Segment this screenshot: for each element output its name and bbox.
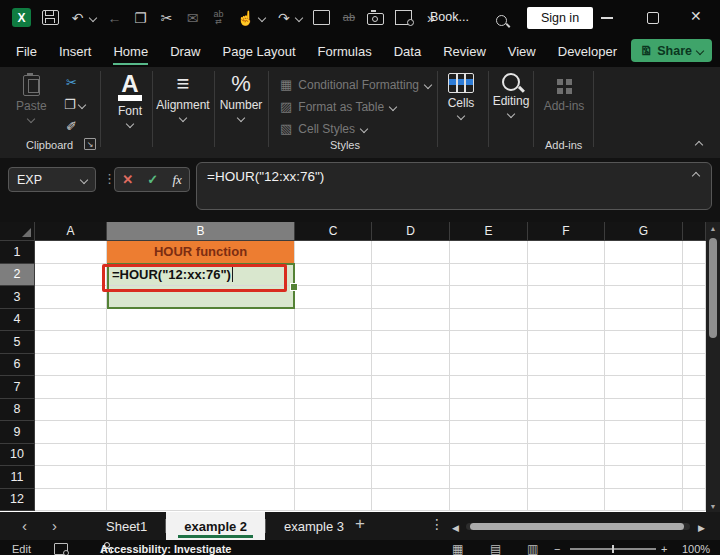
cell-G9[interactable] [605,421,683,444]
clipboard-dialog-launcher[interactable]: ↘ [84,138,96,150]
fill-handle[interactable] [290,283,298,291]
row-header-6[interactable]: 6 [0,354,35,377]
mail-icon[interactable]: ✉ [185,9,200,27]
cell-F11[interactable] [528,466,605,489]
cell-B5[interactable] [107,331,295,354]
row-header-7[interactable]: 7 [0,376,35,399]
cell-B10[interactable] [107,444,295,467]
hscroll-right-icon[interactable]: ▶ [698,521,705,536]
add-ins-button[interactable]: Add-ins [542,77,586,113]
collapse-formula-bar-icon[interactable] [692,172,700,180]
cell-G10[interactable] [605,444,683,467]
doc-find-icon[interactable] [395,10,412,25]
cell-_7[interactable] [683,376,706,399]
zoom-in-icon[interactable]: + [661,543,667,555]
row-header-8[interactable]: 8 [0,399,35,422]
row-header-11[interactable]: 11 [0,466,35,489]
zoom-level[interactable]: 100% [682,543,710,555]
collapse-ribbon-icon[interactable] [695,141,703,149]
cell-F6[interactable] [528,354,605,377]
cell-E8[interactable] [450,399,528,422]
cell-E12[interactable] [450,489,528,512]
camera-icon[interactable] [367,13,384,25]
tab-review[interactable]: Review [443,38,486,65]
cell-_10[interactable] [683,444,706,467]
cell-B2[interactable]: =HOUR("12:xx:76") [107,264,295,287]
cell-B8[interactable] [107,399,295,422]
cell-G4[interactable] [605,309,683,332]
column-header-B[interactable]: B [107,222,295,241]
hscroll-left-icon[interactable]: ◀ [452,521,459,536]
cell-_5[interactable] [683,331,706,354]
chevron-down-icon[interactable] [258,13,266,21]
sheet-tab-example-2[interactable]: example 2 [166,512,265,540]
cell-_4[interactable] [683,309,706,332]
cell-B3[interactable] [107,286,295,309]
copy-icon[interactable]: ❐ [133,9,148,27]
cell-E7[interactable] [450,376,528,399]
horizontal-scrollbar-thumb[interactable] [470,523,684,530]
vertical-scrollbar[interactable]: ▲ ▼ [706,222,720,512]
cell-A10[interactable] [35,444,107,467]
page-break-view-icon[interactable]: ▥ [527,542,538,555]
cell-D4[interactable] [372,309,450,332]
cell-G8[interactable] [605,399,683,422]
cell-D7[interactable] [372,376,450,399]
cell-G7[interactable] [605,376,683,399]
chevron-down-icon[interactable] [295,13,303,21]
cell-G1[interactable] [605,241,683,264]
cell-E10[interactable] [450,444,528,467]
tab-view[interactable]: View [508,38,536,65]
row-header-12[interactable]: 12 [0,489,35,512]
touch-mode-icon[interactable]: ☝ [237,9,254,27]
undo-icon[interactable]: ↶ [70,9,85,27]
conditional-formatting-button[interactable]: ▦Conditional Formatting [280,77,431,92]
cell-F9[interactable] [528,421,605,444]
sheet-tab-example-3[interactable]: example 3 [266,512,362,540]
search-icon[interactable] [496,15,507,26]
tab-insert[interactable]: Insert [59,38,92,65]
cell-C7[interactable] [295,376,372,399]
insert-function-icon[interactable]: fx [172,172,181,188]
cell-A5[interactable] [35,331,107,354]
cell-G3[interactable] [605,286,683,309]
zoom-out-icon[interactable]: − [554,543,560,555]
tab-draw[interactable]: Draw [170,38,200,65]
page-layout-view-icon[interactable]: ▤ [490,542,501,555]
row-header-9[interactable]: 9 [0,421,35,444]
cell-B11[interactable] [107,466,295,489]
cell-_9[interactable] [683,421,706,444]
row-header-1[interactable]: 1 [0,241,35,264]
cell-E11[interactable] [450,466,528,489]
cell-F5[interactable] [528,331,605,354]
row-header-4[interactable]: 4 [0,309,35,332]
column-header-G[interactable]: G [605,222,683,241]
tab-page-layout[interactable]: Page Layout [223,38,296,65]
tab-file[interactable]: File [16,38,37,65]
close-icon[interactable]: ✕ [690,8,702,24]
scroll-down-icon[interactable]: ▼ [706,503,720,510]
paste-button[interactable]: Paste [16,75,47,122]
column-header-F[interactable]: F [528,222,605,241]
formula-input[interactable]: =HOUR("12:xx:76") [196,162,712,210]
cell-F4[interactable] [528,309,605,332]
tab-formulas[interactable]: Formulas [318,38,372,65]
sign-in-button[interactable]: Sign in [527,7,593,29]
cell-F10[interactable] [528,444,605,467]
cell-C11[interactable] [295,466,372,489]
new-file-icon[interactable] [313,10,330,25]
scroll-up-icon[interactable]: ▲ [706,225,720,232]
select-all-corner[interactable] [0,222,35,241]
macro-record-icon[interactable] [54,543,68,555]
cell-E9[interactable] [450,421,528,444]
font-menu-button[interactable]: A Font [108,73,152,127]
cell-C5[interactable] [295,331,372,354]
cell-B9[interactable] [107,421,295,444]
cell-G5[interactable] [605,331,683,354]
cell-C6[interactable] [295,354,372,377]
tab-home[interactable]: Home [113,38,148,65]
cell-D8[interactable] [372,399,450,422]
cell-F12[interactable] [528,489,605,512]
cell-G6[interactable] [605,354,683,377]
cell-E4[interactable] [450,309,528,332]
